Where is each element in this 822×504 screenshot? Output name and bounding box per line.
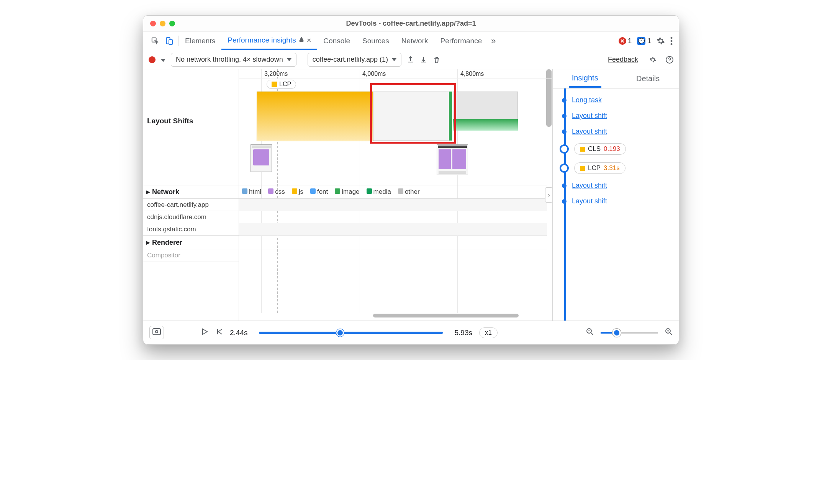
zoom-slider[interactable]	[601, 332, 658, 334]
time-slider[interactable]	[259, 332, 443, 334]
cls-pill[interactable]: CLS 0.193	[574, 143, 626, 155]
device-toolbar-icon[interactable]	[165, 37, 173, 45]
selection-highlight-box	[370, 83, 456, 144]
insight-item[interactable]: Long task	[560, 92, 679, 108]
kebab-menu-icon[interactable]	[670, 37, 673, 45]
zoom-thumb[interactable]	[612, 329, 621, 337]
help-icon[interactable]	[666, 56, 673, 64]
errors-badge[interactable]: ✕ 1	[619, 37, 632, 45]
legend-item: css	[268, 188, 285, 196]
legend-item: html	[242, 188, 261, 196]
titlebar: DevTools - coffee-cart.netlify.app/?ad=1	[143, 16, 679, 32]
export-icon[interactable]	[407, 56, 414, 64]
cls-value: 0.193	[604, 145, 620, 153]
settings-gear-icon[interactable]	[657, 37, 665, 45]
tab-performance-insights[interactable]: Performance insights ×	[221, 32, 317, 50]
slider-thumb[interactable]	[336, 329, 344, 337]
tab-elements[interactable]: Elements	[179, 32, 221, 50]
tab-details[interactable]: Details	[633, 70, 663, 87]
insight-link[interactable]: Layout shift	[572, 112, 607, 120]
tab-sources[interactable]: Sources	[356, 32, 395, 50]
delete-icon[interactable]	[433, 56, 440, 64]
ring-icon	[560, 164, 569, 173]
insights-sidebar: Insights Details Long task Layout shift …	[552, 69, 679, 321]
recording-dropdown[interactable]: coffee-cart.netlify.app (1)	[308, 53, 401, 67]
network-section-header[interactable]: ▸ Network	[143, 185, 239, 199]
window-minimize-button[interactable]	[160, 21, 165, 26]
messages-badge[interactable]: 💬 1	[637, 37, 651, 45]
insight-item[interactable]: Layout shift	[560, 124, 679, 139]
tab-console[interactable]: Console	[317, 32, 356, 50]
tab-insights[interactable]: Insights	[569, 70, 601, 88]
horizontal-scrollbar[interactable]	[365, 314, 549, 319]
tab-network[interactable]: Network	[395, 32, 434, 50]
legend-item: media	[367, 188, 391, 196]
insight-link[interactable]: Long task	[572, 96, 602, 104]
zoom-out-icon[interactable]	[586, 328, 594, 337]
toggle-preview-icon[interactable]	[149, 326, 164, 339]
insight-link[interactable]: Layout shift	[572, 182, 607, 190]
insight-item[interactable]: Layout shift	[560, 178, 679, 193]
throttling-value: No network throttling, 4× slowdown	[176, 56, 283, 64]
network-host-row[interactable]: cdnjs.cloudflare.com	[143, 211, 239, 223]
throttling-dropdown[interactable]: No network throttling, 4× slowdown	[171, 53, 296, 67]
insight-item[interactable]: Layout shift	[560, 108, 679, 124]
separator	[302, 54, 302, 65]
lcp-swatch-icon	[580, 166, 585, 171]
playback-bar: 2.44s 5.93s x1	[143, 321, 679, 344]
renderer-section-header[interactable]: ▸ Renderer	[143, 236, 239, 249]
error-icon: ✕	[619, 37, 626, 45]
svg-point-3	[671, 37, 673, 39]
insight-link[interactable]: Layout shift	[572, 197, 607, 205]
timeline-block-green[interactable]	[453, 119, 518, 131]
record-dropdown-icon[interactable]	[161, 56, 165, 64]
row-stripe	[239, 223, 547, 236]
main-area: Layout Shifts ▸ Network coffee-cart.netl…	[143, 69, 679, 321]
inspect-element-icon[interactable]	[151, 37, 159, 45]
time-end: 5.93s	[454, 329, 472, 337]
play-icon[interactable]	[201, 328, 208, 337]
insight-link[interactable]: Layout shift	[572, 128, 607, 136]
tab-label: Performance insights	[228, 36, 296, 44]
lcp-marker-pill[interactable]: LCP	[267, 80, 296, 89]
insight-item-lcp[interactable]: LCP 3.31s	[560, 159, 679, 178]
insights-list[interactable]: Long task Layout shift Layout shift CLS …	[553, 88, 679, 321]
network-host-row[interactable]: fonts.gstatic.com	[143, 223, 239, 236]
lcp-pill[interactable]: LCP 3.31s	[574, 162, 626, 174]
close-tab-icon[interactable]: ×	[307, 36, 311, 45]
playback-speed-button[interactable]: x1	[479, 327, 498, 338]
messages-count: 1	[647, 37, 651, 45]
import-icon[interactable]	[420, 56, 427, 64]
insight-item[interactable]: Layout shift	[560, 193, 679, 209]
panel-collapse-handle[interactable]: ›	[545, 187, 552, 203]
timeline-block-orange[interactable]	[257, 92, 373, 141]
timeline-body[interactable]: 3,200ms 4,000ms 4,800ms LCP	[239, 69, 552, 321]
window-close-button[interactable]	[150, 21, 156, 26]
svg-point-5	[671, 43, 673, 45]
filmstrip-thumbnail[interactable]	[251, 144, 272, 172]
record-button[interactable]	[149, 56, 156, 63]
window-zoom-button[interactable]	[169, 21, 175, 26]
message-icon: 💬	[637, 37, 645, 45]
compositor-section-header[interactable]: Compositor	[143, 249, 239, 262]
svg-point-8	[156, 331, 158, 333]
devtools-window: DevTools - coffee-cart.netlify.app/?ad=1…	[143, 15, 679, 345]
rewind-start-icon[interactable]	[215, 328, 223, 337]
panel-settings-gear-icon[interactable]	[649, 56, 657, 64]
network-host-row[interactable]: coffee-cart.netlify.app	[143, 199, 239, 211]
zoom-in-icon[interactable]	[665, 328, 673, 337]
dot-icon	[562, 98, 567, 103]
time-tick: 3,200ms	[264, 70, 288, 77]
tab-performance[interactable]: Performance	[434, 32, 488, 50]
window-title: DevTools - coffee-cart.netlify.app/?ad=1	[346, 20, 476, 28]
legend-item: font	[310, 188, 328, 196]
more-tabs-icon[interactable]: »	[488, 36, 499, 46]
feedback-link[interactable]: Feedback	[608, 56, 638, 64]
timeline-block-grey2[interactable]	[453, 92, 518, 119]
row-labels-column: Layout Shifts ▸ Network coffee-cart.netl…	[143, 69, 239, 321]
lcp-value: 3.31s	[604, 164, 620, 172]
insight-item-cls[interactable]: CLS 0.193	[560, 139, 679, 159]
dot-icon	[562, 114, 567, 118]
filmstrip-thumbnail[interactable]	[437, 144, 468, 175]
cls-label: CLS	[588, 145, 601, 153]
